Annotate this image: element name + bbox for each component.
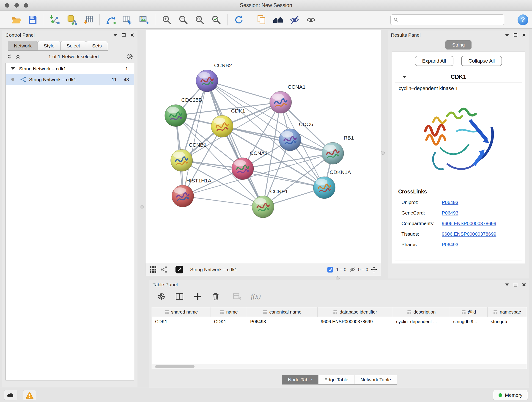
network-node-CCNA1[interactable]: CCNA1 [270,84,306,113]
delete-trash-icon[interactable] [211,292,220,301]
add-column-plus-icon[interactable] [193,292,202,301]
warnings-button[interactable] [23,390,36,400]
network-node-CDK1[interactable]: CDK1 [211,108,245,137]
table-row[interactable]: CDK1CDK1P064939606.ENSP00000378699cyclin… [152,317,527,327]
protein-section-header[interactable]: CDK1 [395,71,522,83]
collapse-all-icon[interactable] [6,54,12,59]
network-edge[interactable] [207,81,263,207]
birdseye-view-icon[interactable] [149,266,157,273]
network-node-CDC6[interactable]: CDC6 [279,121,313,151]
crosslink-link-pharos[interactable]: P06493 [442,242,458,247]
show-all-button[interactable] [304,13,318,27]
network-canvas[interactable]: CCNB2CCNA1CDC25BCDK1CDC6RB1CCNB1CCNA2CDK… [145,30,381,263]
new-table-button[interactable] [120,13,134,27]
save-session-button[interactable] [25,13,40,27]
network-edge[interactable] [183,196,263,207]
network-edge[interactable] [207,81,280,102]
table-arrow-icon [122,14,133,25]
toolbar-separator [155,14,155,26]
gear-icon[interactable] [127,53,133,60]
crosslink-link-tissues[interactable]: 9606.ENSP00000378699 [442,231,496,237]
import-network-from-database-button[interactable] [65,13,79,27]
network-node-HIST1H1A[interactable]: HIST1H1A [172,178,211,207]
table-settings-gear-icon[interactable] [157,292,166,301]
column-header-database-identifier[interactable]: database identifier [317,307,393,317]
show-columns-icon[interactable] [175,292,184,301]
new-network-button[interactable] [104,13,118,27]
horizontal-scrollbar[interactable] [152,364,527,369]
refresh-button[interactable] [232,13,246,27]
collection-expand-caret[interactable] [11,67,15,70]
home-button[interactable] [271,13,285,27]
help-button[interactable]: ? [518,14,528,25]
zoom-in-button[interactable] [159,13,174,27]
zoom-fit-button[interactable] [192,13,207,27]
close-window-button[interactable] [5,3,9,7]
crosslink-link-compartments[interactable]: 9606.ENSP00000378699 [442,221,496,226]
zoom-selected-button[interactable] [209,13,223,27]
panel-float-button[interactable] [113,34,117,36]
network-share-icon[interactable] [160,266,167,273]
network-edge[interactable] [222,126,333,153]
column-header--id[interactable]: @id [450,307,488,317]
column-header-namespac[interactable]: namespac [488,307,527,317]
network-node-CCNB1[interactable]: CCNB1 [171,142,207,172]
panel-maximize-button[interactable] [514,283,517,287]
panel-close-button[interactable] [522,283,526,287]
tab-select[interactable]: Select [60,41,86,51]
panel-close-button[interactable] [130,33,134,37]
cloud-status-button[interactable] [4,390,17,400]
column-header-name[interactable]: name [211,307,247,317]
export-image-button[interactable] [137,13,151,27]
expand-all-button[interactable]: Expand All [415,56,453,66]
panel-maximize-button[interactable] [514,33,517,37]
crosslink-link-genecard[interactable]: P06493 [442,210,458,216]
panel-maximize-button[interactable] [122,33,126,37]
network-node-RB1[interactable]: RB1 [322,135,354,164]
section-expand-caret[interactable] [402,76,406,78]
network-edge[interactable] [243,169,324,188]
splitter-handle[interactable] [381,151,385,155]
column-header-description[interactable]: description [393,307,450,317]
copy-documents-button[interactable] [254,13,268,27]
selected-checkbox-icon[interactable] [327,267,333,273]
tab-string[interactable]: String [445,40,472,50]
splitter-handle[interactable] [140,205,144,209]
network-node-CDKN1A[interactable]: CDKN1A [313,169,351,199]
open-session-button[interactable] [9,13,23,27]
import-table-button[interactable] [81,13,95,27]
column-header-shared-name[interactable]: shared name [152,307,211,317]
network-node-CCNB2[interactable]: CCNB2 [196,62,232,92]
tab-style[interactable]: Style [38,41,61,51]
tab-edge-table[interactable]: Edge Table [318,375,355,385]
network-row[interactable]: String Network – cdk1 11 48 [6,74,134,85]
expand-all-icon[interactable] [15,54,21,59]
zoom-window-button[interactable] [24,3,28,7]
collapse-all-button[interactable]: Collapse All [461,56,502,66]
search-box [390,14,504,25]
toolbar-separator [99,14,100,26]
panel-float-button[interactable] [505,283,509,286]
tab-sets[interactable]: Sets [86,41,108,51]
function-builder-button[interactable]: f(x) [251,292,261,300]
splitter-handle[interactable] [336,276,340,280]
tab-network-table[interactable]: Network Table [354,375,397,385]
search-input[interactable] [401,17,501,22]
column-header-canonical-name[interactable]: canonical name [247,307,317,317]
panel-close-button[interactable] [522,33,526,37]
network-node-CCNE1[interactable]: CCNE1 [252,188,288,218]
minimize-window-button[interactable] [14,3,19,7]
zoom-out-button[interactable] [176,13,190,27]
fit-content-crosshair-icon[interactable] [371,267,377,273]
tab-network[interactable]: Network [8,41,38,51]
memory-button[interactable]: Memory [493,390,528,400]
open-in-new-icon[interactable] [175,265,184,274]
network-collection-row[interactable]: String Network – cdk1 1 [6,63,134,74]
scrollbar-thumb[interactable] [155,365,195,368]
tab-node-table[interactable]: Node Table [282,375,318,385]
import-network-from-file-button[interactable] [48,13,62,27]
network-node-CDC25B[interactable]: CDC25B [165,97,202,127]
crosslink-link-uniprot[interactable]: P06493 [442,200,458,205]
panel-float-button[interactable] [505,34,509,36]
hide-selected-button[interactable] [287,13,302,27]
